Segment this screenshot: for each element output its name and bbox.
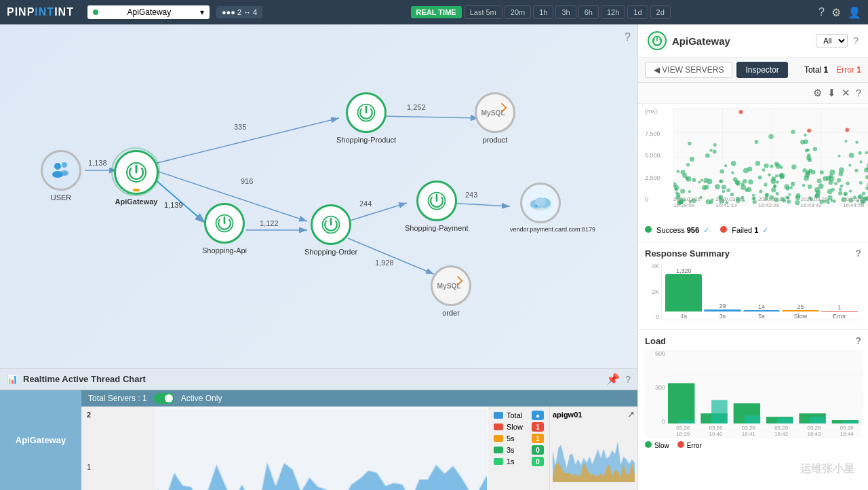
vendor-cloud-circle: ? [520,183,561,223]
load-help[interactable]: ? [855,335,861,346]
active-only-label: Active Only [181,394,222,403]
right-tabs: ◀ VIEW SERVERS Inspector Total 1 Error 1 [638,58,868,83]
node-user[interactable]: USER [41,150,81,202]
app-selector[interactable]: ApiGateway ▾ [87,5,210,19]
failed-count: 1 [754,226,758,234]
apigateway-node-circle [114,150,159,195]
realtime-button[interactable]: REAL TIME [411,6,462,18]
legend-1s: 1s 0 [494,457,544,466]
bar-y-0: 0 [645,314,659,320]
right-panel-title: ApiGateway [672,35,810,47]
bar-error-rect [821,311,858,312]
time-btn-2d[interactable]: 2d [650,5,671,19]
power-icon-sm [355,102,377,124]
pin-icon[interactable]: 📌 [606,373,620,385]
power-icon-payment [426,190,448,212]
thread-help-icon[interactable]: ? [625,374,631,385]
total-badge: ● [532,411,544,420]
external-link-icon[interactable]: ↗ [627,409,635,419]
thread-main: Total Servers : 1 Active Only 2 1 [81,390,637,490]
time-btn-1h[interactable]: 1h [533,5,553,19]
shopping-product-circle [346,92,387,133]
legend-slow: Slow 1 [494,422,544,432]
right-help-icon[interactable]: ? [853,35,859,46]
download-icon[interactable]: ⬇ [827,87,836,99]
node-product-mysql[interactable]: MySQL product [475,92,515,144]
node-vendor-payment[interactable]: ? vendor.payment.card.com:8179 [510,183,571,233]
bar-y-4k: 4K [645,263,659,269]
power-icon-header [652,35,663,46]
user-icon[interactable]: 👤 [848,6,861,19]
app-icon [648,31,667,50]
load-x-3: 03.2616:41 [742,425,755,437]
svg-text:MySQL: MySQL [481,109,505,117]
load-legend: Slow Error [645,438,861,449]
bar-1s-value: 1,320 [676,267,692,274]
bar-error: 1 Error [821,304,858,320]
time-btn-20m[interactable]: 20m [505,5,531,19]
svg-line-17 [348,238,434,274]
success-legend-label: Success [656,226,685,234]
close-icon[interactable]: ✕ [842,87,850,99]
help-toolbar-icon[interactable]: ? [856,87,861,99]
node-apigateway[interactable]: ApiGateway [114,150,159,206]
svg-point-23 [127,163,146,182]
thread-app-name: ApiGateway [16,435,66,445]
success-check[interactable]: ✓ [703,226,709,234]
time-btn-1d[interactable]: 1d [627,5,648,19]
node-shopping-product[interactable]: Shopping-Product [336,92,396,144]
cloud-icon: ? [527,193,554,213]
bar-items: 1,320 1s 29 3s 14 [661,263,861,320]
settings-toolbar-icon[interactable]: ⚙ [813,87,822,99]
thread-legend: 2 1 0 [81,407,156,490]
view-servers-tab[interactable]: ◀ VIEW SERVERS [645,62,732,78]
y-mid-label: 1 [87,463,91,471]
main-container: ? 1,138 335 1,139 1,252 [0,24,868,490]
active-toggle[interactable] [154,393,174,404]
y-max-label: 2 [87,411,91,419]
svg-point-22 [60,170,68,176]
product-mysql-label: product [483,136,508,144]
time-btn-12h[interactable]: 12h [601,5,625,19]
node-shopping-order[interactable]: Shopping-Order [304,204,357,256]
right-content: (ms) 7,500 5,000 2,500 0 2020.03.2616:39… [638,104,868,490]
graph-area[interactable]: ? 1,138 335 1,139 1,252 [0,24,637,368]
node-order-mysql[interactable]: MySQL order [431,265,471,317]
all-select[interactable]: All [816,34,848,48]
graph-help-icon[interactable]: ? [625,31,631,43]
y-0: 0 [645,196,673,203]
thread-sidebar-label: ApiGateway [0,390,81,490]
inspector-tab[interactable]: Inspector [736,62,787,78]
total-value: 1 [824,65,829,75]
bar-3s-rect [704,309,741,312]
order-mysql-circle: MySQL [431,265,471,306]
load-x-2: 03.2616:40 [709,425,722,437]
svg-line-3 [155,118,339,164]
load-title: Load ? [645,335,861,346]
time-btn-6h[interactable]: 6h [578,5,599,19]
thread-body: ApiGateway Total Servers : 1 Active Only… [0,390,637,490]
settings-icon[interactable]: ⚙ [831,6,841,19]
load-x-1: 03.2616:39 [676,425,690,437]
question-icon[interactable]: ? [818,6,825,19]
bar-error-label: Error [833,313,846,320]
right-toolbar: ⚙ ⬇ ✕ ? [638,83,868,104]
success-count: 956 [687,226,699,234]
node-shopping-payment[interactable]: Shopping-Payment [405,181,469,232]
shopping-order-label: Shopping-Order [304,248,357,256]
load-y-0: 0 [645,418,665,425]
shopping-payment-circle [416,181,457,221]
legend-3s: 3s 0 [494,445,544,455]
time-btn-5m[interactable]: Last 5m [464,5,502,19]
failed-check[interactable]: ✓ [762,226,768,234]
total-error-counts: Total 1 Error 1 [804,65,861,75]
success-legend-item: Success 956 ✓ [645,226,709,235]
error-count-display: Error 1 [836,65,861,75]
1s-badge: 0 [532,457,544,466]
load-canvas [667,350,863,425]
response-summary-help[interactable]: ? [855,248,861,259]
power-icon [124,160,149,185]
node-shopping-api[interactable]: Shopping-Api [202,203,247,255]
time-btn-3h[interactable]: 3h [555,5,576,19]
3s-badge: 0 [532,445,544,455]
